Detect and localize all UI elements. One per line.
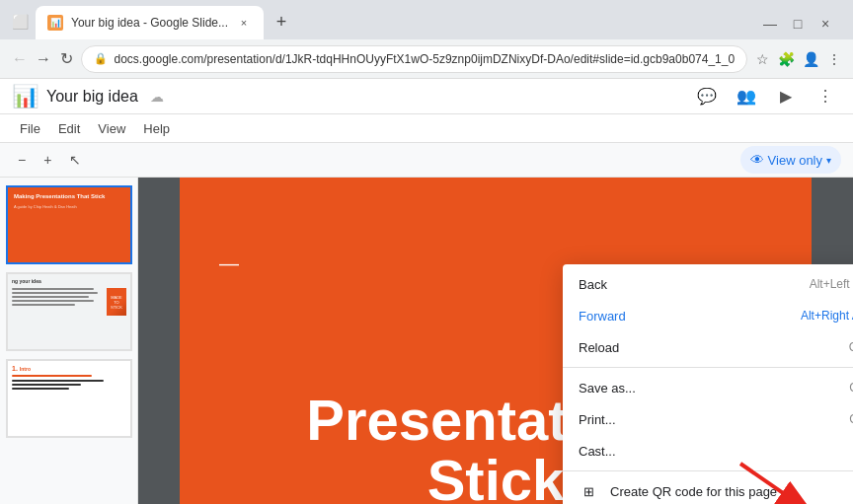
toolbar: − + ↖ 👁 View only ▾ <box>0 142 853 178</box>
lock-icon: 🔒 <box>94 52 108 65</box>
separator-2 <box>563 470 853 471</box>
slide-thumb-1[interactable]: Making Presentations That Stick A guide … <box>6 185 132 264</box>
view-only-button[interactable]: 👁 View only ▾ <box>740 146 841 174</box>
reload-button[interactable]: ↻ <box>59 45 73 73</box>
kebab-menu-button[interactable]: ⋮ <box>810 81 841 112</box>
slide-canvas: — Presentations Stick Back Alt+Left arro… <box>138 178 853 504</box>
back-button[interactable]: ← <box>12 45 28 73</box>
zoom-out-button[interactable]: − <box>12 146 32 174</box>
context-menu-cast[interactable]: Cast... <box>563 435 853 467</box>
context-menu-create-qr[interactable]: ⊞ Create QR code for this page <box>563 475 853 504</box>
chevron-down-icon: ▾ <box>826 155 831 166</box>
slide-thumb-3[interactable]: 1. Intro <box>6 359 132 438</box>
active-tab[interactable]: 📊 Your big idea - Google Slide... × <box>36 6 264 39</box>
slides-panel: Making Presentations That Stick A guide … <box>0 178 138 504</box>
context-menu-print[interactable]: Print... Ctrl+P <box>563 403 853 435</box>
tab-close-button[interactable]: × <box>236 15 252 31</box>
slides-main: Making Presentations That Stick A guide … <box>0 178 853 504</box>
new-window-button[interactable]: ⬜ <box>8 10 32 34</box>
thumb2-text <box>12 288 103 316</box>
menu-help[interactable]: Help <box>135 116 178 140</box>
tab-bar: ⬜ 📊 Your big idea - Google Slide... × + … <box>0 0 853 39</box>
window-controls: — □ × <box>758 12 845 36</box>
eye-icon: 👁 <box>750 152 764 168</box>
thumb1-subtitle: A guide by Chip Heath & Dan Heath <box>14 204 124 209</box>
thumb3-title: Intro <box>20 366 31 372</box>
forward-button[interactable]: → <box>36 45 51 73</box>
tab-favicon: 📊 <box>47 15 63 31</box>
minimize-button[interactable]: — <box>758 12 782 36</box>
thumb2-book-image: MADE TO STICK <box>107 288 126 316</box>
qr-icon: ⊞ <box>579 484 598 499</box>
menu-file[interactable]: File <box>12 116 48 140</box>
share-button[interactable]: 👥 <box>731 81 762 112</box>
reload-shortcut: Ctrl+R <box>849 340 853 354</box>
address-input[interactable]: 🔒 docs.google.com/presentation/d/1JkR-td… <box>81 45 747 73</box>
thumb3-number: 1. <box>12 365 18 372</box>
context-menu: Back Alt+Left arrow Forward Alt+Right Ar… <box>563 264 853 504</box>
zoom-in-button[interactable]: + <box>38 146 57 174</box>
bookmark-button[interactable]: ☆ <box>755 45 769 73</box>
slide-thumb-2[interactable]: ng your idea <box>6 272 132 351</box>
print-shortcut: Ctrl+P <box>849 412 853 426</box>
save-as-shortcut: Ctrl+S <box>849 381 853 395</box>
cursor-tool-button[interactable]: ↖ <box>63 146 87 174</box>
close-window-button[interactable]: × <box>814 12 837 36</box>
context-menu-forward[interactable]: Forward Alt+Right Arrow <box>563 300 853 331</box>
maximize-button[interactable]: □ <box>786 12 810 36</box>
view-only-label: View only <box>768 153 822 168</box>
comments-button[interactable]: 💬 <box>691 81 723 112</box>
thumb3-content <box>12 375 126 390</box>
save-as-label: Save as... <box>579 381 837 396</box>
extensions-button[interactable]: 🧩 <box>778 45 795 73</box>
back-label: Back <box>579 277 798 292</box>
tab-title: Your big idea - Google Slide... <box>71 16 228 30</box>
thumb2-title: ng your idea <box>12 278 126 284</box>
menu-view[interactable]: View <box>90 116 133 140</box>
present-button[interactable]: ▶ <box>770 81 802 112</box>
create-qr-label: Create QR code for this page <box>610 484 853 499</box>
print-label: Print... <box>579 412 837 427</box>
address-bar: ← → ↻ 🔒 docs.google.com/presentation/d/1… <box>0 39 853 79</box>
new-tab-button[interactable]: + <box>268 8 295 36</box>
cloud-save-icon: ☁ <box>150 89 164 105</box>
context-menu-save-as[interactable]: Save as... Ctrl+S <box>563 372 853 403</box>
context-menu-reload[interactable]: Reload Ctrl+R <box>563 331 853 363</box>
browser-frame: ⬜ 📊 Your big idea - Google Slide... × + … <box>0 0 853 504</box>
reload-label: Reload <box>579 340 837 355</box>
app-content: 📊 Your big idea ☁ 💬 👥 ▶ ⋮ File Edit View… <box>0 79 853 504</box>
address-text: docs.google.com/presentation/d/1JkR-tdqH… <box>114 52 735 66</box>
forward-shortcut: Alt+Right Arrow <box>801 309 853 323</box>
slide-dash: — <box>219 252 239 275</box>
more-button[interactable]: ⋮ <box>827 45 841 73</box>
slides-appbar: 📊 Your big idea ☁ 💬 👥 ▶ ⋮ <box>0 79 853 114</box>
slides-title: Your big idea <box>46 88 138 106</box>
menu-bar: File Edit View Help <box>0 114 853 142</box>
menu-edit[interactable]: Edit <box>50 116 88 140</box>
slides-logo: 📊 <box>12 84 39 109</box>
thumb1-title: Making Presentations That Stick <box>14 193 124 200</box>
separator-1 <box>563 367 853 368</box>
profile-button[interactable]: 👤 <box>803 45 819 73</box>
back-shortcut: Alt+Left arrow <box>810 277 853 291</box>
context-menu-back[interactable]: Back Alt+Left arrow <box>563 268 853 300</box>
cast-label: Cast... <box>579 444 853 459</box>
forward-label: Forward <box>579 309 789 324</box>
